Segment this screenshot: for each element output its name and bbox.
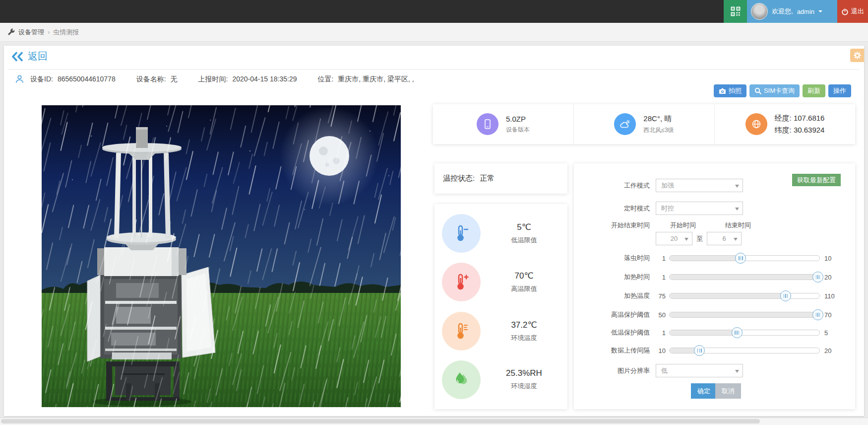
slider-min: 75 bbox=[653, 292, 666, 300]
slider-fill bbox=[670, 293, 786, 298]
work-mode-select[interactable]: 加强 bbox=[656, 179, 743, 192]
cancel-button[interactable]: 取消 bbox=[715, 383, 741, 399]
operate-label: 操作 bbox=[833, 86, 846, 95]
low-temp-label: 低温限值 bbox=[481, 236, 567, 245]
slider-label: 加热温度 bbox=[576, 291, 650, 300]
cloud-sun-icon bbox=[614, 113, 636, 135]
horizontal-scrollbar bbox=[0, 418, 868, 425]
start-time-select[interactable]: 20 bbox=[656, 232, 692, 245]
logout-button[interactable]: 退出 bbox=[837, 0, 868, 23]
resolution-select[interactable]: 低 bbox=[656, 364, 743, 377]
sim-query-button[interactable]: SIM卡查询 bbox=[749, 84, 800, 97]
location-label: 位置: bbox=[317, 75, 333, 84]
globe-icon bbox=[745, 113, 767, 135]
device-version-label: 设备版本 bbox=[506, 126, 530, 134]
timer-mode-row: 定时模式 时控 bbox=[576, 202, 743, 215]
breadcrumb-item-device-mgmt[interactable]: 设备管理 bbox=[18, 28, 44, 37]
end-time-value: 6 bbox=[722, 235, 726, 242]
slider-label: 落虫时间 bbox=[576, 254, 650, 263]
slider-label: 低温保护阈值 bbox=[576, 328, 650, 337]
slider-row-heat-temp: 加热温度 75 110 bbox=[576, 291, 841, 300]
work-mode-row: 工作模式 加强 bbox=[576, 179, 743, 192]
qr-code-button[interactable] bbox=[724, 0, 747, 23]
time-range-header: 开始结束时间 开始时间 结束时间 bbox=[576, 221, 763, 230]
main-panel: 返回 设备ID:865650044610778 设备名称:无 上报时间: bbox=[4, 46, 864, 416]
chevron-down-icon bbox=[684, 238, 688, 243]
device-name-value: 无 bbox=[171, 75, 178, 84]
work-mode-label: 工作模式 bbox=[576, 181, 650, 190]
slider-min: 1 bbox=[653, 255, 666, 262]
slider-track[interactable] bbox=[669, 293, 820, 299]
slider-max: 20 bbox=[824, 274, 841, 281]
high-temp-value: 70℃ bbox=[481, 271, 567, 281]
search-icon bbox=[754, 87, 761, 94]
device-id-label: 设备ID: bbox=[30, 75, 53, 84]
breadcrumb-item-pest-report[interactable]: 虫情测报 bbox=[53, 28, 79, 37]
timer-mode-select[interactable]: 时控 bbox=[656, 202, 743, 215]
take-photo-button[interactable]: 拍照 bbox=[714, 84, 746, 97]
slider-label: 高温保护阈值 bbox=[576, 310, 650, 319]
thermometer-plus-icon bbox=[442, 263, 481, 301]
user-menu[interactable]: 欢迎您, admin bbox=[747, 0, 837, 23]
slider-handle[interactable] bbox=[735, 253, 746, 264]
device-version-value: 5.0ZP bbox=[506, 115, 530, 123]
slider-track[interactable] bbox=[669, 312, 820, 318]
weather-card: 28C°, 晴 西北风≤3级 bbox=[574, 104, 715, 144]
fetch-config-button[interactable]: 获取最新配置 bbox=[792, 174, 841, 186]
confirm-button[interactable]: 确定 bbox=[691, 383, 717, 399]
camera-icon bbox=[719, 88, 726, 94]
chevron-down-icon bbox=[818, 10, 822, 14]
slider-handle[interactable] bbox=[812, 309, 823, 320]
ambient-humidity-row: 25.3%RH 环境湿度 bbox=[434, 360, 567, 399]
settings-tab-button[interactable] bbox=[850, 49, 864, 62]
chevron-down-icon bbox=[735, 370, 739, 375]
ambient-temp-row: 37.2℃ 环境温度 bbox=[434, 312, 567, 351]
scrollbar-thumb[interactable] bbox=[1, 419, 760, 424]
slider-handle[interactable] bbox=[694, 345, 705, 356]
top-bar: 欢迎您, admin 退出 bbox=[0, 0, 868, 23]
slider-handle[interactable] bbox=[780, 290, 791, 301]
slider-label: 加热时间 bbox=[576, 273, 650, 282]
power-icon bbox=[841, 8, 849, 15]
high-temp-label: 高温限值 bbox=[481, 284, 567, 293]
device-photo bbox=[42, 105, 401, 407]
chevron-down-icon bbox=[734, 238, 738, 243]
take-photo-label: 拍照 bbox=[729, 86, 742, 95]
end-time-select[interactable]: 6 bbox=[707, 232, 742, 245]
back-button[interactable]: 返回 bbox=[11, 50, 48, 63]
slider-track[interactable] bbox=[669, 274, 820, 280]
logout-label: 退出 bbox=[851, 7, 864, 16]
device-id-value: 865650044610778 bbox=[58, 75, 116, 84]
refresh-button[interactable]: 刷新 bbox=[803, 84, 825, 97]
double-chevron-left-icon bbox=[11, 52, 25, 62]
back-label: 返回 bbox=[28, 50, 48, 63]
slider-fill bbox=[670, 256, 741, 261]
avatar bbox=[751, 3, 768, 20]
slider-handle[interactable] bbox=[732, 327, 743, 338]
low-temp-value: 5℃ bbox=[481, 222, 567, 232]
work-mode-value: 加强 bbox=[661, 181, 674, 190]
wrench-icon bbox=[7, 28, 15, 36]
droplet-icon bbox=[442, 360, 481, 399]
weather-value: 28C°, 晴 bbox=[643, 114, 674, 124]
ambient-temp-value: 37.2℃ bbox=[481, 320, 567, 330]
slider-row-insect-drop: 落虫时间 1 10 bbox=[576, 254, 841, 263]
report-time-label: 上报时间: bbox=[198, 75, 228, 84]
phone-icon bbox=[477, 113, 498, 135]
operate-button[interactable]: 操作 bbox=[828, 84, 851, 97]
welcome-text: 欢迎您, bbox=[772, 7, 793, 16]
timer-mode-label: 定时模式 bbox=[576, 204, 650, 213]
info-cards: 5.0ZP 设备版本 28C°, 晴 西北风≤3级 bbox=[433, 104, 855, 144]
slider-track[interactable] bbox=[669, 348, 820, 354]
slider-track[interactable] bbox=[669, 330, 820, 336]
slider-row-low-protect: 低温保护阈值 1 5 bbox=[576, 328, 841, 337]
status-label: 温控状态: bbox=[443, 174, 475, 183]
refresh-label: 刷新 bbox=[807, 86, 820, 95]
chevron-down-icon bbox=[735, 208, 739, 212]
slider-row-high-protect: 高温保护阈值 50 70 bbox=[576, 310, 841, 319]
slider-min: 1 bbox=[653, 329, 666, 337]
username: admin bbox=[797, 8, 814, 15]
report-time-value: 2020-04-15 18:35:29 bbox=[232, 75, 297, 84]
slider-track[interactable] bbox=[669, 255, 820, 261]
slider-handle[interactable] bbox=[812, 272, 823, 283]
